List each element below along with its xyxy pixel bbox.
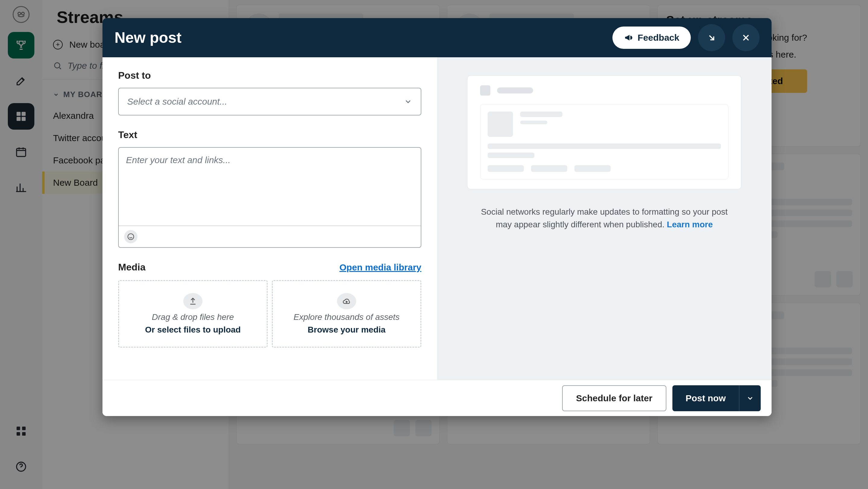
open-media-library-link[interactable]: Open media library (339, 262, 421, 273)
browse-media-dropzone[interactable]: Explore thousands of assets Browse your … (272, 280, 421, 347)
minimize-button[interactable] (698, 24, 725, 51)
modal-title: New post (115, 29, 181, 47)
post-text-input[interactable]: Enter your text and links... (118, 147, 421, 248)
emoji-button[interactable] (124, 230, 137, 243)
browse-hint: Explore thousands of assets (293, 312, 400, 322)
modal-footer: Schedule for later Post now (102, 380, 772, 416)
post-now-button[interactable]: Post now (673, 385, 739, 411)
megaphone-icon (624, 33, 633, 42)
text-label: Text (118, 129, 421, 141)
media-label: Media (118, 262, 146, 273)
cloud-upload-icon (337, 293, 356, 309)
upload-hint: Drag & drop files here (152, 312, 234, 322)
post-now-options[interactable] (739, 385, 761, 411)
modal-body: Post to Select a social account... Text … (102, 57, 772, 380)
learn-more-link[interactable]: Learn more (667, 220, 713, 229)
post-to-placeholder: Select a social account... (127, 96, 227, 107)
schedule-later-button[interactable]: Schedule for later (562, 385, 666, 411)
upload-dropzone[interactable]: Drag & drop files here Or select files t… (118, 280, 268, 347)
preview-note: Social networks regularly make updates t… (481, 206, 728, 231)
new-post-modal: New post Feedback Post to Select a socia… (102, 18, 772, 416)
svg-point-13 (128, 234, 134, 240)
preview-pane: Social networks regularly make updates t… (437, 57, 772, 380)
chevron-down-icon (404, 97, 412, 106)
browse-action: Browse your media (308, 325, 385, 335)
upload-action: Or select files to upload (145, 325, 241, 335)
post-to-label: Post to (118, 70, 421, 81)
close-button[interactable] (733, 24, 760, 51)
upload-icon (183, 293, 203, 309)
compose-form: Post to Select a social account... Text … (102, 57, 437, 380)
post-now-group: Post now (673, 385, 761, 411)
feedback-button[interactable]: Feedback (613, 27, 691, 49)
post-to-select[interactable]: Select a social account... (118, 88, 421, 116)
preview-mock (467, 75, 741, 189)
text-placeholder: Enter your text and links... (119, 148, 421, 225)
feedback-label: Feedback (638, 33, 679, 43)
modal-header: New post Feedback (102, 18, 772, 57)
